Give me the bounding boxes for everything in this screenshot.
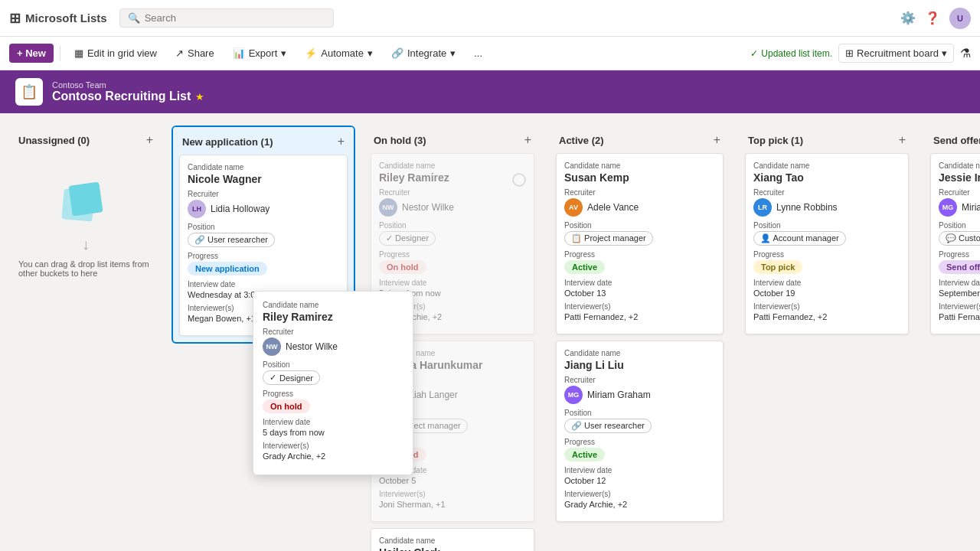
add-top-pick-button[interactable]: + — [899, 133, 906, 147]
overlay-recruiter-avatar: NW — [263, 337, 281, 356]
more-button[interactable]: ... — [466, 44, 490, 63]
automate-chevron-icon: ▾ — [368, 47, 373, 59]
card-jiang-li-liu[interactable]: Candidate name Jiang Li Liu Recruiter MG… — [556, 341, 724, 522]
column-unassigned: Unassigned (0) + ↓ You can drag & drop l… — [9, 126, 162, 308]
filter-icon[interactable]: ⚗ — [960, 46, 971, 60]
board-area: Unassigned (0) + ↓ You can drag & drop l… — [0, 113, 980, 551]
add-unassigned-button[interactable]: + — [146, 133, 153, 147]
recruiter-avatar-riley-bg: NW — [379, 198, 397, 217]
column-header-active: Active (2) + — [550, 126, 730, 153]
column-active: Active (2) + Candidate name Susan Kemp R… — [550, 126, 730, 528]
column-title-unassigned: Unassigned (0) — [18, 135, 90, 146]
settings-icon[interactable]: ⚙️ — [900, 11, 916, 25]
progress-field-nicole: Progress New application — [188, 252, 339, 276]
candidate-name-riley-bg: Riley Ramirez — [379, 171, 449, 184]
card-susan-kemp[interactable]: Candidate name Susan Kemp Recruiter AV A… — [556, 153, 724, 334]
position-field-nicole: Position 🔗 User researcher — [188, 223, 339, 247]
radio-riley[interactable] — [512, 173, 526, 187]
app-logo: ⊞ Microsoft Lists — [9, 10, 107, 27]
progress-badge-nicole: New application — [188, 262, 267, 276]
unassigned-placeholder: ↓ You can drag & drop list items from ot… — [9, 153, 162, 308]
progress-riley-bg: On hold — [379, 260, 426, 274]
column-header-unassigned: Unassigned (0) + — [9, 126, 162, 153]
user-avatar[interactable]: U — [949, 8, 971, 29]
overlay-candidate-label: Candidate name — [263, 301, 403, 309]
overlay-card-riley[interactable]: Candidate name Riley Ramirez Recruiter N… — [253, 291, 413, 475]
overlay-progress-badge: On hold — [263, 399, 310, 413]
recruiter-avatar-susan: AV — [564, 198, 583, 217]
list-icon: 📋 — [15, 78, 43, 106]
column-send-offer: Send offer (1) + Candidate name Jessie I… — [924, 126, 980, 341]
top-right-area: ⚙️ ❓ U — [900, 8, 971, 29]
new-button[interactable]: + New — [9, 44, 54, 63]
recruiter-avatar-jiang: MG — [564, 386, 583, 404]
export-button[interactable]: 📊 Export ▾ — [225, 44, 295, 63]
updated-badge: ✓ Updated list item. — [750, 48, 832, 59]
column-title-top-pick: Top pick (1) — [748, 135, 803, 146]
header-text-block: Contoso Team Contoso Recruiting List ★ — [52, 80, 204, 103]
overlay-interview-field: Interview date 5 days from now — [263, 418, 403, 437]
grid-icon: ⊞ — [9, 10, 21, 27]
automate-button[interactable]: ⚡ Automate ▾ — [297, 44, 381, 63]
sticky-notes-illustration — [63, 184, 109, 230]
search-box[interactable]: 🔍 — [119, 8, 334, 28]
column-title-on-hold: On hold (3) — [374, 135, 426, 146]
recruiter-avatar-xiang: LR — [753, 198, 772, 217]
integrate-button[interactable]: 🔗 Integrate ▾ — [384, 44, 463, 63]
recruiter-avatar-jessie: MG — [939, 198, 957, 217]
export-chevron-icon: ▾ — [281, 47, 286, 59]
toolbar-right: ✓ Updated list item. ⊞ Recruitment board… — [750, 44, 971, 63]
share-button[interactable]: ↗ Share — [168, 44, 222, 63]
candidate-name-susan: Susan Kemp — [564, 171, 715, 184]
add-on-hold-button[interactable]: + — [524, 133, 531, 147]
candidate-name-hailey: Hailey Clark — [379, 546, 526, 551]
column-title-send-offer: Send offer (1) — [933, 135, 980, 146]
team-name: Contoso Team — [52, 80, 204, 90]
page-header: 📋 Contoso Team Contoso Recruiting List ★ — [0, 70, 980, 113]
integrate-chevron-icon: ▾ — [450, 47, 456, 59]
candidate-name-xiang: Xiang Tao — [753, 171, 900, 184]
drag-hint-text: You can drag & drop list items from othe… — [18, 259, 153, 278]
overlay-interview-date: 5 days from now — [263, 428, 403, 437]
toolbar: + New ▦ Edit in grid view ↗ Share 📊 Expo… — [0, 37, 980, 70]
recruiter-name-nicole: Lidia Holloway — [211, 204, 270, 214]
candidate-name-jiang: Jiang Li Liu — [564, 359, 715, 371]
recruiter-avatar-nicole: LH — [188, 200, 206, 218]
column-header-send-offer: Send offer (1) + — [924, 126, 980, 153]
favorite-star[interactable]: ★ — [195, 91, 204, 103]
search-icon: 🔍 — [128, 12, 140, 24]
add-active-button[interactable]: + — [714, 133, 720, 147]
recruiter-field-nicole: Recruiter LH Lidia Holloway — [188, 190, 339, 218]
recruiter-row-nicole: LH Lidia Holloway — [188, 200, 339, 218]
toolbar-separator — [60, 46, 60, 61]
check-icon: ✓ — [750, 48, 758, 59]
app-name: Microsoft Lists — [25, 11, 107, 24]
candidate-name-nicole: Nicole Wagner — [188, 173, 339, 185]
overlay-candidate-name: Riley Ramirez — [263, 311, 403, 323]
edit-grid-button[interactable]: ▦ Edit in grid view — [67, 44, 165, 63]
board-chevron-icon: ▾ — [942, 47, 947, 59]
help-icon[interactable]: ❓ — [925, 11, 940, 25]
list-title: Contoso Recruiting List — [52, 90, 191, 103]
down-arrow-icon: ↓ — [82, 236, 90, 253]
overlay-position-badge: ✓ Designer — [263, 370, 320, 385]
column-header-top-pick: Top pick (1) + — [739, 126, 915, 153]
overlay-position-field: Position ✓ Designer — [263, 360, 403, 385]
board-icon: ⊞ — [845, 47, 854, 59]
candidate-name-jessie: Jessie Irwin — [939, 171, 980, 184]
card-jessie-irwin[interactable]: Candidate name Jessie Irwin Recruiter MG… — [930, 153, 980, 334]
overlay-progress-field: Progress On hold — [263, 390, 403, 413]
top-bar: ⊞ Microsoft Lists 🔍 ⚙️ ❓ U — [0, 0, 980, 37]
column-title-active: Active (2) — [559, 135, 604, 146]
overlay-interviewers: Grady Archie, +2 — [263, 452, 403, 461]
overlay-recruiter-name: Nestor Wilke — [286, 341, 338, 352]
overlay-interviewers-field: Interviewer(s) Grady Archie, +2 — [263, 442, 403, 461]
card-xiang-tao[interactable]: Candidate name Xiang Tao Recruiter LR Ly… — [745, 153, 909, 334]
sticky-note-1 — [68, 181, 103, 216]
board-view-button[interactable]: ⊞ Recruitment board ▾ — [838, 44, 954, 63]
search-input[interactable] — [145, 12, 313, 24]
add-new-application-button[interactable]: + — [338, 135, 345, 148]
position-badge-nicole: 🔗 User researcher — [188, 233, 275, 247]
card-hailey[interactable]: Candidate name Hailey Clark Recruiter — [371, 528, 534, 551]
column-title-new-application: New application (1) — [182, 136, 273, 148]
